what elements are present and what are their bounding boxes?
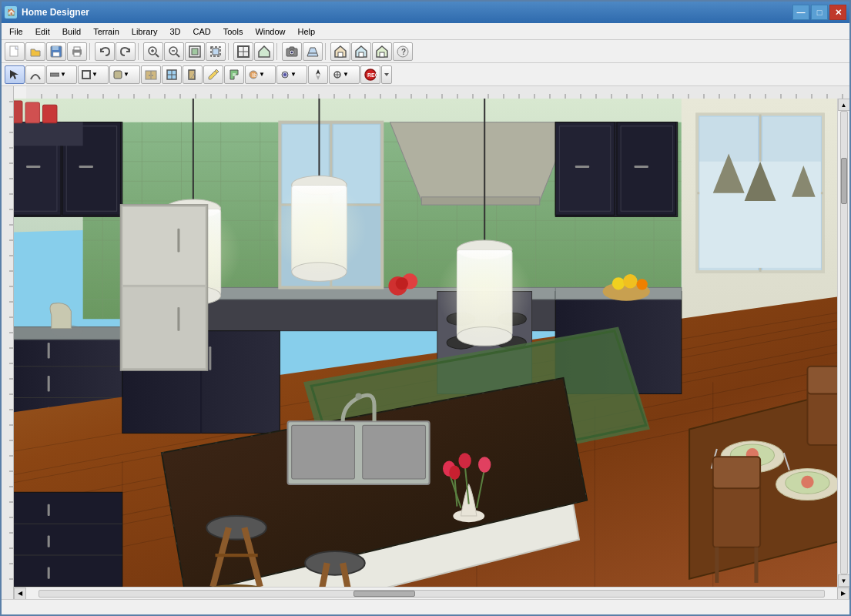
point-dropdown[interactable]: ▼ [276, 65, 307, 84]
svg-rect-15 [192, 49, 198, 55]
arc-tool[interactable] [25, 65, 45, 84]
svg-point-263 [437, 246, 532, 340]
svg-rect-307 [43, 105, 57, 123]
h-scroll-track[interactable] [39, 590, 825, 598]
svg-rect-5 [74, 47, 80, 50]
menu-build[interactable]: Build [56, 25, 87, 38]
horizontal-scrollbar: ◀ ▶ [14, 587, 849, 599]
room-dropdown[interactable]: ▼ [78, 65, 109, 84]
separator-5 [325, 43, 328, 60]
zoom-out-button[interactable] [164, 42, 184, 61]
perspective-button[interactable] [303, 42, 323, 61]
save-button[interactable] [46, 42, 66, 61]
kitchen-scene [14, 99, 837, 587]
print-button[interactable] [67, 42, 87, 61]
svg-marker-21 [259, 46, 270, 57]
house1-button[interactable] [330, 42, 350, 61]
separator-2 [138, 43, 141, 60]
separator-4 [276, 43, 280, 60]
undo-button[interactable] [95, 42, 115, 61]
scroll-up-arrow[interactable]: ▲ [838, 99, 850, 111]
svg-rect-299 [617, 122, 676, 216]
scroll-right-arrow[interactable]: ▶ [837, 588, 849, 600]
vertical-scrollbar: ▲ ▼ [837, 99, 849, 587]
svg-point-41 [149, 75, 150, 76]
svg-marker-218 [390, 122, 571, 201]
svg-rect-303 [634, 166, 648, 168]
menu-terrain[interactable]: Terrain [87, 25, 126, 38]
menu-cad[interactable]: CAD [186, 25, 216, 38]
cabinet-button[interactable] [141, 65, 161, 84]
maximize-button[interactable]: □ [811, 5, 828, 20]
scroll-down-arrow[interactable]: ▼ [838, 574, 850, 587]
separator-3 [228, 43, 231, 60]
library-dropdown[interactable]: lib ▼ [245, 65, 276, 84]
menu-bar: File Edit Build Terrain Library 3D CAD T… [2, 23, 849, 40]
record-button[interactable]: REC [360, 65, 380, 84]
floorplan-button[interactable] [233, 42, 253, 61]
svg-point-247 [478, 457, 491, 472]
svg-point-47 [193, 74, 195, 75]
svg-point-280 [801, 476, 813, 488]
window-place-button[interactable] [162, 65, 182, 84]
zoom-in-button[interactable] [143, 42, 163, 61]
svg-rect-17 [213, 49, 219, 55]
pencil-button[interactable] [203, 65, 223, 84]
svg-point-239 [355, 393, 361, 399]
viewport-row: ▲ ▼ [14, 99, 849, 587]
svg-rect-36 [50, 73, 59, 76]
svg-rect-311 [48, 504, 50, 516]
menu-tools[interactable]: Tools [217, 25, 250, 38]
svg-rect-290 [122, 206, 206, 285]
house2-button[interactable] [351, 42, 371, 61]
transform-dropdown[interactable]: ▼ [329, 65, 360, 84]
h-scroll-thumb[interactable] [353, 591, 415, 597]
svg-point-248 [449, 466, 460, 480]
viewport[interactable] [14, 99, 837, 587]
scroll-left-arrow[interactable]: ◀ [14, 588, 26, 600]
rec-dropdown[interactable] [381, 65, 392, 84]
new-button[interactable] [5, 42, 25, 61]
app-icon: 🏠 [5, 6, 17, 18]
menu-file[interactable]: File [3, 25, 29, 38]
svg-rect-283 [713, 484, 760, 547]
fixture-dropdown[interactable]: ▼ [109, 65, 140, 84]
menu-library[interactable]: Library [126, 25, 164, 38]
elevation-button[interactable] [254, 42, 274, 61]
north-arrow-button[interactable] [308, 65, 328, 84]
fit-all-button[interactable] [185, 42, 205, 61]
menu-edit[interactable]: Edit [29, 25, 56, 38]
title-bar-left: 🏠 Home Designer [5, 6, 89, 18]
svg-point-264 [206, 516, 266, 540]
svg-marker-35 [10, 70, 18, 79]
separator-1 [89, 43, 92, 60]
paint-button[interactable] [224, 65, 244, 84]
help-button[interactable]: ? [393, 42, 413, 61]
door-place-button[interactable] [183, 65, 203, 84]
open-button[interactable] [25, 42, 45, 61]
svg-rect-25 [290, 47, 294, 49]
svg-rect-38 [114, 71, 122, 79]
close-button[interactable]: ✕ [829, 5, 846, 20]
left-ruler [2, 86, 14, 599]
wall-dropdown[interactable]: ▼ [46, 65, 77, 84]
svg-rect-288 [807, 367, 837, 394]
svg-text:lib: lib [252, 72, 257, 78]
house3-button[interactable] [372, 42, 392, 61]
svg-point-42 [152, 75, 153, 76]
title-bar-controls: — □ ✕ [792, 5, 846, 20]
menu-3d[interactable]: 3D [163, 25, 186, 38]
camera-button[interactable] [282, 42, 302, 61]
redo-button[interactable] [116, 42, 136, 61]
svg-rect-3 [53, 52, 59, 56]
menu-help[interactable]: Help [292, 25, 322, 38]
menu-window[interactable]: Window [249, 25, 291, 38]
v-scroll-track[interactable] [840, 111, 848, 574]
v-scroll-thumb[interactable] [841, 158, 847, 204]
svg-line-8 [156, 54, 159, 57]
zoom-ext-button[interactable] [206, 42, 226, 61]
minimize-button[interactable]: — [792, 5, 809, 20]
select-button[interactable] [5, 65, 25, 84]
svg-rect-302 [575, 166, 589, 168]
svg-rect-37 [82, 71, 90, 79]
